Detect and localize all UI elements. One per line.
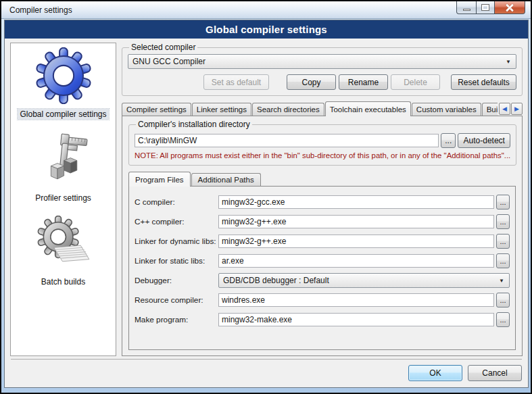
tab-compiler-settings[interactable]: Compiler settings (122, 103, 191, 116)
field-row-linker-dynamic: Linker for dynamic libs:mingw32-g++.exe.… (135, 234, 510, 249)
tab-custom-variables[interactable]: Custom variables (412, 103, 481, 116)
cpp-compiler-browse-button[interactable]: ... (496, 214, 510, 229)
resource-compiler-label: Resource compiler: (135, 295, 218, 305)
close-button[interactable] (494, 1, 525, 14)
sidebar-item-profiler-settings[interactable]: Profiler settings (33, 131, 93, 203)
subtab-additional-paths[interactable]: Additional Paths (191, 173, 261, 187)
tab-scrollers: ◀ ▶ (498, 103, 523, 115)
sidebar: Global compiler settings (10, 43, 116, 356)
selected-compiler-legend: Selected compiler (129, 43, 197, 52)
sidebar-item-label: Global compiler settings (18, 109, 108, 120)
linker-dynamic-value: mingw32-g++.exe (222, 237, 286, 246)
main-panel: Selected compiler GNU GCC Compiler ▼ Set… (122, 43, 523, 356)
c-compiler-value: mingw32-gcc.exe (222, 197, 285, 207)
c-compiler-browse-button[interactable]: ... (496, 195, 510, 210)
close-icon (506, 3, 514, 11)
cpp-compiler-input[interactable]: mingw32-g++.exe (218, 215, 494, 228)
installation-directory-group: Compiler's installation directory C:\ray… (128, 120, 516, 166)
tab-search-directories[interactable]: Search directories (252, 103, 324, 116)
field-row-debugger: Debugger:GDB/CDB debugger : Default▼ (135, 273, 510, 288)
make-program-label: Make program: (135, 315, 218, 324)
make-program-value: mingw32-make.exe (222, 315, 292, 324)
tab-toolchain-executables[interactable]: Toolchain executables (325, 101, 411, 116)
gray-gear-stack-icon (35, 215, 92, 272)
linker-static-input[interactable]: ar.exe (218, 254, 494, 268)
autodetect-button[interactable]: Auto-detect (458, 133, 510, 148)
field-row-c-compiler: C compiler:mingw32-gcc.exe... (135, 195, 510, 210)
install-dir-browse-button[interactable]: ... (441, 133, 456, 148)
maximize-icon (482, 5, 489, 10)
sidebar-item-label: Profiler settings (33, 193, 93, 203)
installation-directory-row: C:\raylib\MinGW ... Auto-detect (135, 133, 510, 148)
sidebar-item-label: Batch builds (39, 276, 87, 287)
field-row-linker-static: Linker for static libs:ar.exe... (135, 253, 510, 268)
sidebar-item-global-compiler-settings[interactable]: Global compiler settings (18, 47, 108, 120)
blue-gear-icon (35, 47, 92, 104)
copy-button[interactable]: Copy (287, 74, 336, 90)
debugger-label: Debugger: (135, 276, 218, 285)
sidebar-item-batch-builds[interactable]: Batch builds (35, 215, 92, 287)
field-row-make-program: Make program:mingw32-make.exe... (135, 312, 510, 327)
compiler-select-value: GNU GCC Compiler (132, 57, 205, 66)
installation-directory-legend: Compiler's installation directory (136, 120, 252, 129)
install-dir-input[interactable]: C:\raylib\MinGW (135, 134, 439, 147)
titlebar[interactable]: Compiler settings (1, 1, 531, 19)
rename-button[interactable]: Rename (339, 74, 388, 90)
set-as-default-button[interactable]: Set as default (203, 74, 269, 90)
make-program-browse-button[interactable]: ... (496, 312, 510, 327)
reset-defaults-button[interactable]: Reset defaults (451, 74, 516, 90)
resource-compiler-value: windres.exe (222, 295, 265, 305)
subtab-bar: Program FilesAdditional Paths (128, 172, 516, 187)
c-compiler-input[interactable]: mingw32-gcc.exe (218, 195, 494, 209)
program-files-panel: C compiler:mingw32-gcc.exe...C++ compile… (128, 186, 516, 350)
linker-dynamic-browse-button[interactable]: ... (496, 234, 510, 249)
window-controls (456, 1, 525, 14)
window-frame: Global compiler settings (1, 19, 531, 393)
chevron-down-icon: ▼ (499, 278, 504, 284)
c-compiler-label: C compiler: (135, 197, 218, 207)
toolchain-executables-panel: Compiler's installation directory C:\ray… (122, 116, 523, 356)
debugger-value: GDB/CDB debugger : Default (223, 276, 329, 285)
tab-strip: Compiler settingsLinker settingsSearch d… (122, 101, 498, 116)
arrow-left-icon: ◀ (502, 105, 507, 112)
resource-compiler-input[interactable]: windres.exe (218, 293, 494, 307)
make-program-input[interactable]: mingw32-make.exe (218, 313, 494, 326)
compiler-actions: Set as defaultCopyRenameDeleteReset defa… (128, 74, 516, 90)
compiler-select[interactable]: GNU GCC Compiler ▼ (128, 54, 516, 69)
compiler-settings-dialog: Global compiler settings (4, 20, 529, 388)
linker-static-browse-button[interactable]: ... (496, 253, 510, 268)
linker-static-value: ar.exe (222, 256, 244, 266)
cpp-compiler-label: C++ compiler: (135, 217, 218, 226)
linker-static-label: Linker for static libs: (135, 256, 218, 266)
tab-linker-settings[interactable]: Linker settings (192, 103, 251, 116)
field-row-resource-compiler: Resource compiler:windres.exe... (135, 293, 510, 307)
tab-scroll-left-button[interactable]: ◀ (499, 103, 510, 115)
arrow-right-icon: ▶ (514, 105, 519, 112)
delete-button[interactable]: Delete (391, 74, 440, 90)
chevron-down-icon: ▼ (506, 59, 511, 65)
caliper-icon (34, 131, 91, 188)
cancel-button[interactable]: Cancel (468, 365, 522, 381)
page-title: Global compiler settings (5, 20, 528, 39)
tab-bar: Compiler settingsLinker settingsSearch d… (122, 101, 523, 116)
minimize-button[interactable] (456, 1, 477, 14)
selected-compiler-group: Selected compiler GNU GCC Compiler ▼ Set… (122, 43, 523, 96)
dialog-content: Global compiler settings (5, 39, 528, 359)
maximize-button[interactable] (476, 1, 495, 14)
minimize-icon (463, 9, 470, 11)
resource-compiler-browse-button[interactable]: ... (496, 293, 510, 307)
ok-button[interactable]: OK (408, 365, 462, 381)
window: Compiler settings Global compiler settin… (0, 0, 532, 394)
window-title: Compiler settings (9, 5, 72, 15)
subtab-program-files[interactable]: Program Files (128, 172, 191, 187)
note-text: NOTE: All programs must exist either in … (135, 151, 510, 159)
linker-dynamic-label: Linker for dynamic libs: (135, 237, 218, 246)
field-row-cpp-compiler: C++ compiler:mingw32-g++.exe... (135, 214, 510, 229)
install-dir-value: C:\raylib\MinGW (138, 136, 197, 145)
tab-scroll-right-button[interactable]: ▶ (511, 103, 523, 115)
tab-build-options[interactable]: Build options (482, 103, 498, 116)
dialog-footer: OK Cancel (11, 359, 522, 387)
linker-dynamic-input[interactable]: mingw32-g++.exe (218, 235, 494, 248)
cpp-compiler-value: mingw32-g++.exe (222, 217, 286, 226)
debugger-select[interactable]: GDB/CDB debugger : Default▼ (218, 273, 510, 288)
